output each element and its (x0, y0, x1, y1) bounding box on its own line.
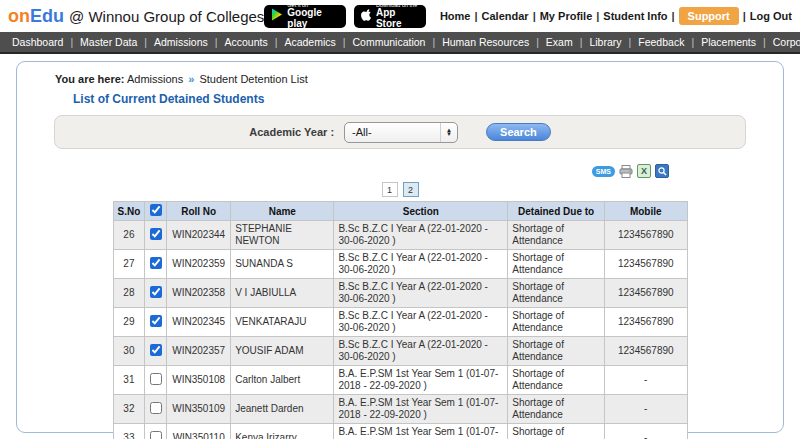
cell-mobile: 1234567890 (605, 337, 687, 366)
breadcrumb: You are here: Admissions » Student Deten… (17, 64, 783, 85)
header-section: Section (334, 202, 508, 221)
cell-name: YOUSIF ADAM (231, 337, 334, 366)
academic-year-select[interactable]: -All- ▲▼ (344, 122, 458, 143)
cell-reason: Shortage of Attendance (508, 250, 605, 279)
app-store-label: App Store (376, 8, 419, 29)
header-roll-no: Roll No (167, 202, 231, 221)
cell-roll-no: WIN350109 (167, 395, 231, 424)
link-support[interactable]: Support (679, 7, 739, 25)
cell-mobile: 1234567890 (605, 308, 687, 337)
link-student-info[interactable]: Student Info (603, 10, 667, 22)
link-separator: | (470, 10, 481, 22)
cell-roll-no: WIN202357 (167, 337, 231, 366)
page-button-2-active[interactable]: 2 (403, 182, 419, 197)
nav-separator: | (758, 36, 771, 48)
cell-section: B.A. E.P.SM 1st Year Sem 1 (01-07-2018 -… (334, 424, 508, 439)
row-checkbox[interactable] (150, 431, 162, 439)
google-play-icon (271, 7, 283, 25)
cell-sno: 29 (113, 308, 145, 337)
select-all-checkbox[interactable] (150, 204, 162, 216)
magnifier-icon[interactable] (655, 164, 669, 178)
link-home[interactable]: Home (440, 10, 471, 22)
cell-mobile: - (605, 424, 687, 439)
nav-separator: | (575, 36, 588, 48)
app-header: onEdu @ Winnou Group of Colleges Get it … (0, 0, 800, 32)
cell-mobile: 1234567890 (605, 221, 687, 250)
cell-reason: Shortage of Attendance (508, 221, 605, 250)
nav-master-data[interactable]: Master Data (78, 36, 139, 48)
cell-sno: 28 (113, 279, 145, 308)
link-log-out[interactable]: Log Out (750, 10, 792, 22)
main-nav: Dashboard| Master Data| Admissions| Acco… (0, 32, 800, 54)
pagination-top: 1 2 (17, 182, 783, 197)
row-checkbox[interactable] (150, 344, 162, 356)
cell-reason: Shortage of Attendance (508, 337, 605, 366)
cell-name: Jeanett Darden (231, 395, 334, 424)
header-links: Home | Calendar | My Profile | Student I… (440, 7, 792, 25)
header-sno: S.No (113, 202, 145, 221)
cell-mobile: - (605, 395, 687, 424)
google-play-badge[interactable]: Get it on Google play (264, 5, 346, 28)
link-separator: | (739, 10, 750, 22)
table-row: 32 WIN350109 Jeanett Darden B.A. E.P.SM … (113, 395, 687, 424)
google-play-label: Google play (287, 8, 339, 29)
cell-reason: Shortage of Attendance (508, 279, 605, 308)
row-checkbox[interactable] (150, 402, 162, 414)
sms-icon[interactable]: SMS (592, 166, 615, 177)
app-logo[interactable]: onEdu (8, 6, 64, 27)
nav-placements[interactable]: Placements (699, 36, 758, 48)
filter-bar: Academic Year : -All- ▲▼ Search (54, 115, 746, 149)
cell-roll-no: WIN202344 (167, 221, 231, 250)
breadcrumb-section[interactable]: Admissions (127, 73, 183, 85)
breadcrumb-prefix: You are here: (55, 73, 125, 85)
nav-separator: | (338, 36, 351, 48)
table-row: 29 WIN202345 VENKATARAJU B.Sc B.Z.C I Ye… (113, 308, 687, 337)
nav-communication[interactable]: Communication (350, 36, 427, 48)
row-checkbox[interactable] (150, 286, 162, 298)
excel-export-icon[interactable]: X (637, 164, 651, 178)
nav-dashboard[interactable]: Dashboard (10, 36, 65, 48)
link-calendar[interactable]: Calendar (482, 10, 529, 22)
search-button[interactable]: Search (486, 123, 551, 141)
cell-section: B.A. E.P.SM 1st Year Sem 1 (01-07-2018 -… (334, 366, 508, 395)
cell-mobile: - (605, 366, 687, 395)
cell-sno: 27 (113, 250, 145, 279)
content-panel: You are here: Admissions » Student Deten… (16, 61, 784, 433)
link-separator: | (592, 10, 603, 22)
nav-exam[interactable]: Exam (544, 36, 575, 48)
select-stepper-icon: ▲▼ (440, 123, 457, 142)
nav-feedback[interactable]: Feedback (636, 36, 686, 48)
cell-sno: 33 (113, 424, 145, 439)
nav-human-resources[interactable]: Human Resources (440, 36, 531, 48)
nav-accounts[interactable]: Accounts (222, 36, 269, 48)
print-icon[interactable] (619, 164, 633, 178)
nav-corporate-relations[interactable]: Corporate Relations (771, 36, 800, 48)
row-checkbox[interactable] (150, 315, 162, 327)
cell-roll-no: WIN350110 (167, 424, 231, 439)
nav-separator: | (686, 36, 699, 48)
page-button-1[interactable]: 1 (382, 182, 398, 197)
row-checkbox[interactable] (150, 257, 162, 269)
toolbar: SMS X (17, 163, 783, 179)
nav-library[interactable]: Library (587, 36, 623, 48)
nav-admissions[interactable]: Admissions (152, 36, 210, 48)
nav-separator: | (210, 36, 223, 48)
logo-text-edu: Edu (30, 6, 64, 26)
link-my-profile[interactable]: My Profile (540, 10, 593, 22)
app-store-badge[interactable]: Download on the App Store (354, 5, 426, 28)
breadcrumb-current: Student Detention List (199, 73, 307, 85)
table-header-row: S.No Roll No Name Section Detained Due t… (113, 202, 687, 221)
cell-mobile: 1234567890 (605, 279, 687, 308)
cell-name: Kenya Irizarry (231, 424, 334, 439)
row-checkbox[interactable] (150, 228, 162, 240)
cell-name: VENKATARAJU (231, 308, 334, 337)
link-separator: | (529, 10, 540, 22)
apple-icon (361, 7, 372, 25)
nav-academics[interactable]: Academics (282, 36, 337, 48)
cell-name: SUNANDA S (231, 250, 334, 279)
header-detained-due-to: Detained Due to (508, 202, 605, 221)
table-row: 33 WIN350110 Kenya Irizarry B.A. E.P.SM … (113, 424, 687, 439)
row-checkbox[interactable] (150, 373, 162, 385)
cell-sno: 26 (113, 221, 145, 250)
cell-sno: 31 (113, 366, 145, 395)
